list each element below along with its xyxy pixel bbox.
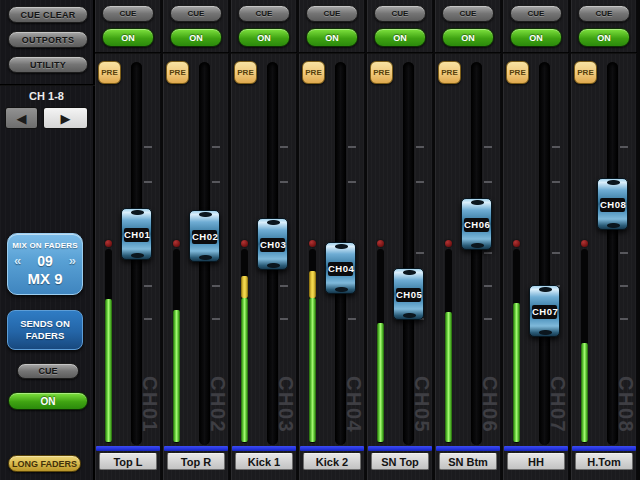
channel-name[interactable]: SN Top	[371, 453, 429, 470]
channel-name[interactable]: H.Tom	[575, 453, 633, 470]
channel-name[interactable]: Kick 2	[303, 453, 361, 470]
channel-on-button[interactable]: ON	[238, 28, 290, 47]
meter-fill-yellow	[241, 276, 248, 298]
cap-notch	[131, 210, 144, 215]
cap-notch	[267, 263, 280, 268]
mix-prev-icon[interactable]: «	[14, 255, 21, 267]
meter-fill-green	[309, 298, 316, 442]
channel-watermark: CH01	[140, 376, 161, 448]
pre-badge[interactable]: PRE	[438, 61, 461, 84]
channel-strip: CUE ON PRE CH02 CH02 Top R	[163, 0, 229, 480]
meter-track	[377, 249, 384, 443]
strip-divider	[163, 52, 229, 54]
channel-on-button[interactable]: ON	[306, 28, 358, 47]
channel-cue-button[interactable]: CUE	[510, 5, 562, 22]
channel-on-button[interactable]: ON	[102, 28, 154, 47]
channel-name[interactable]: Kick 1	[235, 453, 293, 470]
fader-channel-label: CH06	[464, 218, 489, 232]
meter-fill-green	[377, 323, 384, 442]
channel-watermark: CH04	[344, 376, 365, 448]
pre-badge[interactable]: PRE	[234, 61, 257, 84]
pre-badge[interactable]: PRE	[506, 61, 529, 84]
channel-cue-button[interactable]: CUE	[442, 5, 494, 22]
cap-notch	[607, 223, 620, 228]
cap-notch	[539, 287, 552, 292]
meter-track	[445, 249, 452, 443]
channel-color-bar	[572, 446, 636, 451]
pre-badge[interactable]: PRE	[574, 61, 597, 84]
outports-button[interactable]: OUTPORTS	[8, 31, 88, 48]
channel-name[interactable]: HH	[507, 453, 565, 470]
sidebar-cue-button[interactable]: CUE	[17, 363, 79, 379]
meter-fill-green	[241, 298, 248, 442]
fader-channel-label: CH03	[260, 238, 285, 252]
clip-indicator	[445, 240, 452, 247]
channel-cue-button[interactable]: CUE	[102, 5, 154, 22]
fader-handle[interactable]: CH05	[393, 268, 424, 320]
bank-next-button[interactable]: ▶	[43, 107, 88, 129]
channel-strip: CUE ON PRE CH05 CH05 SN Top	[367, 0, 433, 480]
channel-watermark: CH03	[276, 376, 297, 448]
fader-handle[interactable]: CH04	[325, 242, 356, 294]
channel-name[interactable]: Top R	[167, 453, 225, 470]
meter-track	[581, 249, 588, 443]
fader-handle[interactable]: CH03	[257, 218, 288, 270]
fader-track[interactable]	[471, 62, 482, 445]
pre-badge[interactable]: PRE	[166, 61, 189, 84]
strip-divider	[571, 52, 637, 54]
channel-name[interactable]: Top L	[99, 453, 157, 470]
long-faders-button[interactable]: LONG FADERS	[8, 455, 81, 472]
channel-watermark: CH02	[208, 376, 229, 448]
clip-indicator	[513, 240, 520, 247]
fader-channel-label: CH04	[328, 262, 353, 276]
meter-fill-green	[445, 312, 452, 442]
fader-handle[interactable]: CH06	[461, 198, 492, 250]
channel-on-button[interactable]: ON	[578, 28, 630, 47]
sidebar-on-button[interactable]: ON	[8, 392, 88, 410]
fader-handle[interactable]: CH08	[597, 178, 628, 230]
pre-badge[interactable]: PRE	[98, 61, 121, 84]
pre-badge[interactable]: PRE	[370, 61, 393, 84]
meter-track	[513, 249, 520, 443]
channel-cue-button[interactable]: CUE	[238, 5, 290, 22]
channel-cue-button[interactable]: CUE	[374, 5, 426, 22]
mix-on-faders-panel[interactable]: MIX ON FADERS « 09 » MX 9	[7, 233, 83, 295]
fader-handle[interactable]: CH07	[529, 285, 560, 337]
fader-handle[interactable]: CH01	[121, 208, 152, 260]
channel-on-button[interactable]: ON	[374, 28, 426, 47]
strip-divider	[503, 52, 569, 54]
fader-track[interactable]	[403, 62, 414, 445]
meter-track	[241, 249, 248, 443]
clip-indicator	[309, 240, 316, 247]
channel-cue-button[interactable]: CUE	[306, 5, 358, 22]
fader-track[interactable]	[539, 62, 550, 445]
utility-button[interactable]: UTILITY	[8, 56, 88, 73]
channel-cue-button[interactable]: CUE	[170, 5, 222, 22]
fader-channel-label: CH05	[396, 288, 421, 302]
sends-on-faders-button[interactable]: SENDS ON FADERS	[7, 310, 83, 350]
channel-watermark: CH08	[616, 376, 637, 448]
fader-handle[interactable]: CH02	[189, 210, 220, 262]
mix-next-icon[interactable]: »	[69, 255, 76, 267]
fader-track[interactable]	[607, 62, 618, 445]
cue-clear-button[interactable]: CUE CLEAR	[8, 6, 88, 23]
channel-name[interactable]: SN Btm	[439, 453, 497, 470]
right-arrow-icon: ▶	[61, 111, 71, 126]
strip-divider	[95, 52, 161, 54]
channel-on-button[interactable]: ON	[510, 28, 562, 47]
sidebar-divider	[0, 84, 95, 86]
channel-on-button[interactable]: ON	[170, 28, 222, 47]
channel-cue-button[interactable]: CUE	[578, 5, 630, 22]
channel-color-bar	[96, 446, 160, 451]
channel-on-button[interactable]: ON	[442, 28, 494, 47]
cap-notch	[607, 180, 620, 185]
strip-divider	[435, 52, 501, 54]
pre-badge[interactable]: PRE	[302, 61, 325, 84]
cap-notch	[199, 255, 212, 260]
bank-prev-button[interactable]: ◀	[5, 107, 38, 129]
meter-track	[309, 249, 316, 443]
cap-notch	[471, 243, 484, 248]
clip-indicator	[377, 240, 384, 247]
channel-watermark: CH05	[412, 376, 433, 448]
channel-color-bar	[436, 446, 500, 451]
